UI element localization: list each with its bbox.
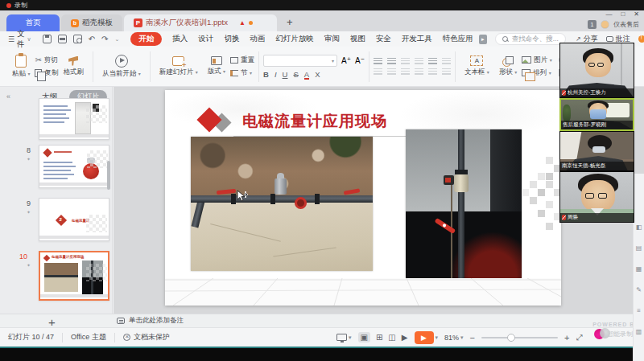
more-tools-icon[interactable]: ▥	[636, 328, 642, 335]
undo-button[interactable]: ↶	[89, 35, 95, 43]
quickbar-more-icon[interactable]: ⌄	[114, 36, 119, 43]
align-left-button[interactable]	[374, 68, 382, 76]
list-icon[interactable]: ≡	[637, 307, 641, 314]
video-tile-participant-3[interactable]: 南京恒天德-杨光磊	[559, 131, 634, 171]
zoom-out-button[interactable]: −	[470, 333, 475, 343]
columns-button[interactable]	[442, 68, 451, 76]
arrange-button[interactable]: 排列 ▾	[522, 68, 551, 78]
menu-tab-devtools[interactable]: 开发工具	[402, 34, 432, 44]
text-direction-button[interactable]	[442, 58, 451, 65]
underline-button[interactable]: U	[283, 70, 288, 79]
font-family-select[interactable]: ▾	[263, 55, 337, 67]
layout-button[interactable]: 版式 ▾	[203, 49, 230, 84]
play-slideshow-button[interactable]: ▶	[415, 331, 434, 344]
normal-view-button[interactable]: ▣	[358, 332, 370, 343]
notification-badge[interactable]: 1	[588, 20, 597, 29]
font-size-increase[interactable]: A⁺	[341, 56, 351, 65]
shapes-button[interactable]: 形状 ▾	[494, 49, 522, 84]
tab-docer-templates[interactable]: b 稻壳模板	[61, 14, 122, 31]
slide-canvas[interactable]: 电磁流量计应用现场	[165, 90, 561, 306]
new-slide-button[interactable]: 新建幻灯片 ▾	[155, 49, 203, 84]
new-tab-button[interactable]: +	[279, 14, 301, 31]
play-options-icon[interactable]: ▾	[436, 334, 439, 341]
chart-icon[interactable]: ▦	[636, 265, 642, 273]
left-photo-outdoor-flowmeter[interactable]	[191, 137, 373, 271]
reading-view-button[interactable]: ◫	[388, 333, 395, 342]
format-painter-button[interactable]: 格式刷	[58, 49, 89, 84]
right-photo-indoor-flowmeter[interactable]	[406, 129, 522, 278]
bullet-list-button[interactable]	[374, 58, 382, 65]
decrease-indent-button[interactable]	[401, 58, 410, 65]
feedback-button[interactable]: 有奖反馈∨	[638, 34, 644, 44]
video-tile-participant-4[interactable]: 周焕	[559, 171, 634, 223]
italic-button[interactable]: I	[275, 70, 277, 79]
menu-tab-special-apps[interactable]: 特色应用	[443, 34, 473, 44]
menu-tab-review[interactable]: 审阅	[324, 34, 340, 44]
save-button[interactable]	[43, 35, 52, 43]
menu-tab-animations[interactable]: 动画	[250, 34, 265, 44]
play-from-current-button[interactable]: 从当前开始 ▾	[97, 49, 146, 84]
maximize-button[interactable]: □	[621, 10, 625, 18]
close-button[interactable]: ✕	[634, 10, 639, 18]
increase-indent-button[interactable]	[415, 58, 423, 65]
justify-button[interactable]	[415, 68, 423, 76]
theme-name[interactable]: Office 主题	[63, 332, 114, 343]
video-tile-participant-2-speaking[interactable]: 售后服务部-罗晓刚	[559, 98, 634, 131]
avatar[interactable]	[601, 20, 609, 29]
command-search-input[interactable]: 查找命令、搜...	[495, 33, 566, 45]
menu-tabs-overflow-icon[interactable]: ▸	[479, 35, 487, 44]
menu-tab-insert[interactable]: 插入	[172, 34, 188, 44]
collapse-panel-button[interactable]: «	[6, 92, 10, 101]
distribute-button[interactable]	[428, 68, 437, 76]
video-tile-participant-1[interactable]: 杭州美控-王焕力	[559, 43, 634, 98]
paste-button[interactable]: 粘贴 ▾	[7, 49, 35, 84]
line-spacing-button[interactable]	[428, 58, 437, 65]
cut-button[interactable]: ✂剪切	[35, 55, 58, 65]
strikethrough-button[interactable]: S	[293, 70, 298, 79]
arrange-icon	[522, 69, 530, 76]
account-name[interactable]: 仪表售后	[613, 20, 639, 29]
numbered-list-button[interactable]	[387, 58, 396, 65]
bold-button[interactable]: B	[263, 70, 269, 79]
reset-button[interactable]: 重置	[230, 55, 254, 65]
slide-thumbnail-9[interactable]: 2 电磁流量计	[39, 198, 109, 241]
align-center-button[interactable]	[387, 68, 396, 76]
menu-tab-security[interactable]: 安全	[376, 34, 391, 44]
menu-tab-design[interactable]: 设计	[198, 34, 213, 44]
slideshow-view-button[interactable]: ▶	[402, 333, 408, 342]
menu-tab-slideshow[interactable]: 幻灯片放映	[275, 34, 314, 44]
section-button[interactable]: 节 ▾	[230, 68, 254, 78]
properties-icon[interactable]: ◧	[636, 224, 642, 231]
clear-format-button[interactable]: X	[315, 70, 320, 79]
slide-sorter-button[interactable]: ⊞	[376, 333, 382, 342]
font-color-button[interactable]: A	[304, 70, 309, 79]
minimize-button[interactable]: —	[605, 10, 612, 18]
slide-thumbnail-7-partial[interactable]	[39, 98, 109, 140]
zoom-slider-knob[interactable]	[507, 334, 515, 342]
menu-tab-view[interactable]: 视图	[350, 34, 365, 44]
objects-icon[interactable]: ▤	[636, 244, 642, 252]
picture-button[interactable]: 图片 ▾	[522, 55, 551, 65]
document-protection[interactable]: 文档未保护	[115, 332, 178, 343]
tab-document[interactable]: P 南溪水厂仪表培训1.pptx ▲	[124, 14, 277, 31]
file-menu[interactable]: ☰ 文件 ∨	[0, 29, 36, 50]
print-button[interactable]	[58, 35, 67, 43]
slide-thumbnail-10-selected[interactable]: 电磁流量计应用现场	[39, 251, 109, 301]
copy-button[interactable]: 复制	[35, 68, 58, 78]
slide-thumbnail-8[interactable]	[39, 145, 109, 188]
redo-button[interactable]: ↷	[101, 35, 108, 43]
print-preview-button[interactable]	[73, 35, 82, 43]
menu-tab-transitions[interactable]: 切换	[224, 34, 239, 44]
display-settings-button[interactable]: ▾	[336, 334, 352, 341]
notes-icon[interactable]: ✎	[636, 286, 642, 293]
font-size-decrease[interactable]: A⁻	[355, 56, 365, 65]
add-slide-button[interactable]: +	[48, 315, 56, 329]
menu-tab-home[interactable]: 开始	[130, 32, 162, 46]
thumbnail-scrollbar[interactable]	[107, 161, 110, 190]
notes-bar[interactable]: 单击此处添加备注	[0, 314, 644, 327]
text-box-button[interactable]: A 文本框 ▾	[460, 49, 494, 84]
slide-title[interactable]: 电磁流量计应用现场	[242, 111, 387, 132]
zoom-slider[interactable]	[481, 337, 558, 338]
align-right-button[interactable]	[401, 68, 410, 76]
zoom-level-select[interactable]: 81%▾	[444, 334, 464, 342]
